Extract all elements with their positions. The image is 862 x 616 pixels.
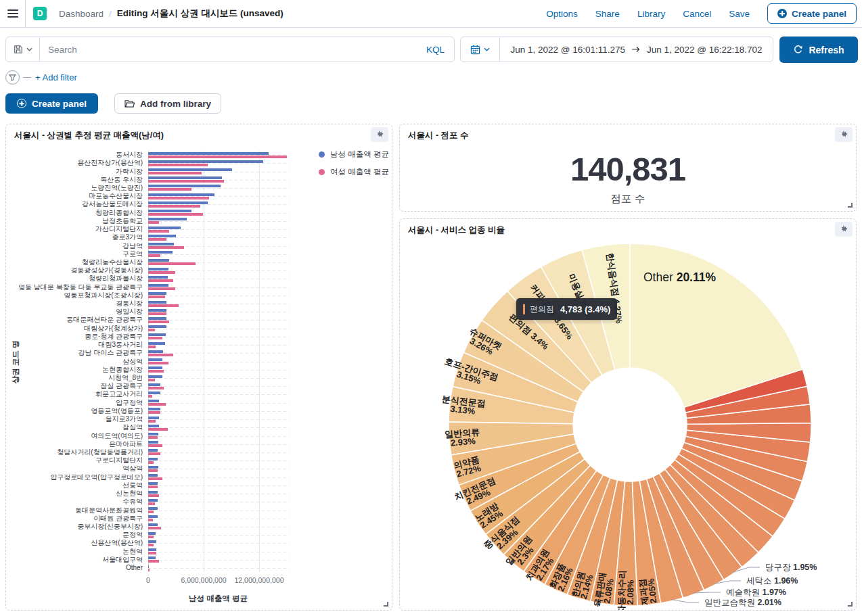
bar-group[interactable]: [148, 515, 288, 523]
bar-group[interactable]: [148, 225, 288, 233]
saved-query-button[interactable]: [6, 37, 40, 62]
bar-group[interactable]: [148, 266, 288, 275]
pie-chart[interactable]: 한식음식점 4.27%미용실 3.9%커피-음료 3.65%편의점 3.4%슈퍼…: [400, 219, 856, 610]
plus-icon: [17, 99, 26, 108]
bar-group[interactable]: [148, 159, 288, 167]
panel-settings-button[interactable]: [835, 127, 853, 142]
bar-row: 영등포역(영등포): [12, 407, 288, 415]
bar-group[interactable]: [148, 308, 288, 316]
legend-dot-male: [319, 151, 325, 158]
resize-handle[interactable]: [384, 602, 388, 607]
bar-group[interactable]: [148, 291, 288, 300]
bar-row: 강남 마이스 관광특구: [12, 349, 288, 357]
bar-group[interactable]: [148, 275, 288, 283]
add-filter-link[interactable]: + Add filter: [35, 72, 77, 82]
bar-group[interactable]: [148, 564, 288, 572]
resize-handle[interactable]: [848, 203, 853, 208]
bar-group[interactable]: [148, 283, 288, 291]
bar-group[interactable]: [148, 300, 288, 308]
bar-group[interactable]: [148, 523, 288, 531]
bar-group[interactable]: [148, 200, 288, 208]
category-label: 청량리종합시장: [12, 210, 148, 216]
date-to[interactable]: Jun 1, 2022 @ 16:22:18.702: [647, 45, 763, 55]
date-from[interactable]: Jun 1, 2022 @ 16:01:11.275: [510, 45, 625, 55]
bar-group[interactable]: [148, 423, 288, 431]
bar-row: 압구정로데오역(압구정로데오): [12, 473, 288, 481]
kql-button[interactable]: KQL: [426, 45, 454, 55]
filter-icon[interactable]: [5, 70, 20, 85]
bar-group[interactable]: [148, 399, 288, 407]
calendar-button[interactable]: [461, 37, 500, 62]
options-link[interactable]: Options: [546, 9, 578, 19]
legend-item-male[interactable]: 남성 매출액 평균: [319, 149, 389, 160]
bar-group[interactable]: [148, 548, 288, 556]
category-label: 논현종합시장: [12, 366, 148, 373]
panel-settings-button[interactable]: [371, 127, 388, 142]
bar-group[interactable]: [148, 192, 288, 200]
bar-group[interactable]: [148, 217, 288, 225]
arrow-right-icon: [632, 46, 640, 53]
bar-group[interactable]: [148, 241, 288, 250]
bar-group[interactable]: [148, 456, 288, 465]
category-label: 여의도역(여의도): [12, 433, 148, 440]
bar-group[interactable]: [148, 490, 288, 498]
menu-icon[interactable]: [0, 0, 26, 27]
category-label: 노량진역(노량진): [12, 185, 148, 191]
bar-group[interactable]: [148, 431, 288, 440]
bar-group[interactable]: [148, 440, 288, 448]
create-panel-button[interactable]: Create panel: [5, 93, 98, 114]
resize-handle[interactable]: [848, 602, 853, 607]
search-bar[interactable]: Search KQL: [5, 37, 455, 62]
bar-group[interactable]: [148, 539, 288, 547]
share-link[interactable]: Share: [595, 9, 620, 19]
bar-group[interactable]: [148, 167, 288, 175]
bar-group[interactable]: [148, 374, 288, 382]
legend-item-female[interactable]: 여성 매출액 평균: [319, 167, 389, 177]
category-label: 대림3동사거리: [12, 341, 148, 348]
category-label: Other: [12, 565, 148, 571]
bar-group[interactable]: [148, 357, 288, 365]
bar-group[interactable]: [148, 531, 288, 539]
add-from-library-button[interactable]: Add from library: [114, 93, 221, 114]
bar-group[interactable]: [148, 382, 288, 390]
bar-group[interactable]: [148, 333, 288, 341]
bar-row: 수유역: [12, 498, 288, 506]
bar-group[interactable]: [148, 366, 288, 374]
bar-group[interactable]: [148, 325, 288, 333]
bar-group[interactable]: [148, 184, 288, 192]
bar-group[interactable]: [148, 390, 288, 398]
create-panel-button-header[interactable]: Create panel: [767, 3, 857, 24]
category-label: 이태원 관광특구: [12, 515, 148, 522]
app-logo[interactable]: D: [33, 7, 47, 20]
cancel-link[interactable]: Cancel: [683, 9, 711, 19]
bar-group[interactable]: [148, 176, 288, 184]
bar-group[interactable]: [148, 209, 288, 217]
panel-metric: 서울시 - 점포 수 140,831 점포 수: [399, 124, 857, 212]
category-label: 종로·청계 관광특구: [12, 333, 148, 340]
bar-group[interactable]: [148, 556, 288, 564]
bar-group[interactable]: [148, 498, 288, 506]
bar-group[interactable]: [148, 316, 288, 324]
category-label: 영등포청과시장(조광시장): [12, 292, 148, 299]
bar-group[interactable]: [148, 473, 288, 481]
refresh-button[interactable]: Refresh: [779, 37, 858, 63]
bar-group[interactable]: [148, 151, 288, 159]
bar-group[interactable]: [148, 250, 288, 258]
bar-group[interactable]: [148, 415, 288, 423]
bar-group[interactable]: [148, 349, 288, 357]
bar-group[interactable]: [148, 481, 288, 490]
bar-group[interactable]: [148, 341, 288, 349]
date-picker[interactable]: Jun 1, 2022 @ 16:01:11.275 Jun 1, 2022 @…: [460, 37, 773, 62]
search-input[interactable]: Search: [40, 45, 426, 55]
bar-group[interactable]: [148, 258, 288, 266]
bar-group[interactable]: [148, 448, 288, 456]
breadcrumb-dashboard[interactable]: Dashboard: [59, 9, 104, 19]
bar-group[interactable]: [148, 407, 288, 415]
bar-group[interactable]: [148, 465, 288, 473]
library-link[interactable]: Library: [637, 9, 665, 19]
bar-group[interactable]: [148, 233, 288, 241]
bar-row: 청량리농수산물시장: [12, 258, 288, 266]
save-link[interactable]: Save: [729, 9, 750, 19]
bar-group[interactable]: [148, 506, 288, 514]
bar-row: 경동시장: [12, 300, 288, 308]
